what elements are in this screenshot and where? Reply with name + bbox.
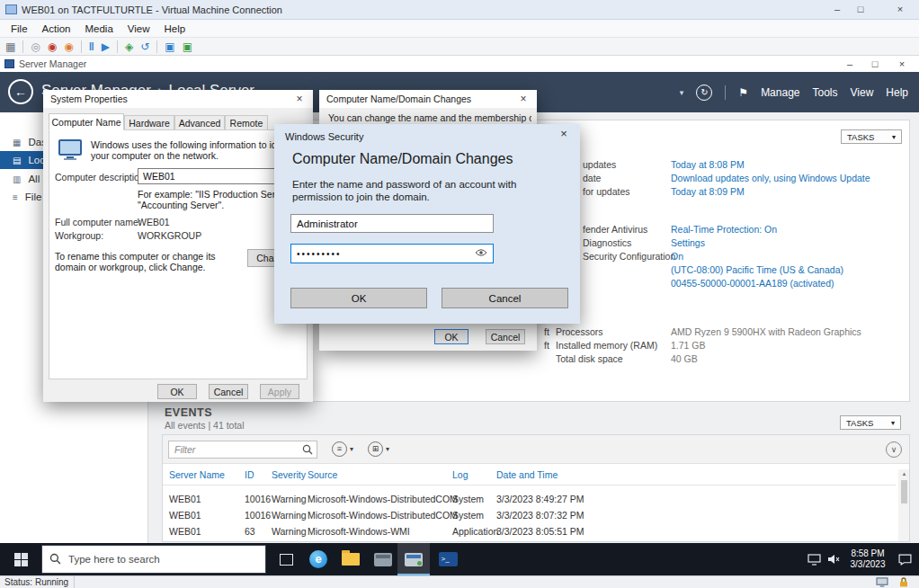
start-button[interactable] bbox=[0, 543, 41, 575]
resume-vm-icon[interactable]: ▶ bbox=[102, 40, 110, 53]
password-field[interactable]: ••••••••• bbox=[290, 244, 494, 263]
events-tasks-button[interactable]: TASKS ▾ bbox=[840, 415, 901, 430]
shut-down-vm-icon[interactable]: ◉ bbox=[64, 40, 73, 53]
turn-off-vm-icon[interactable]: ◉ bbox=[48, 40, 57, 53]
full-computer-name-label: Full computer name: bbox=[55, 217, 141, 227]
dialog-intro-text: You can change the name and the membersh… bbox=[328, 112, 531, 123]
action-center-button[interactable] bbox=[892, 543, 917, 575]
checkpoint-icon[interactable]: ◈ bbox=[125, 40, 133, 53]
notifications-caret-icon[interactable]: ▾ bbox=[680, 88, 684, 97]
close-icon[interactable]: × bbox=[513, 91, 533, 107]
property-value-link[interactable]: Real-Time Protection: On bbox=[671, 224, 777, 235]
sm-maximize-button[interactable]: □ bbox=[863, 56, 887, 72]
back-button[interactable]: ← bbox=[8, 79, 33, 104]
events-filter-bar: ≡▾ ⊞▾ ∨ bbox=[163, 435, 909, 464]
vm-maximize-button[interactable]: □ bbox=[849, 0, 872, 19]
column-header-source[interactable]: Source bbox=[308, 469, 337, 480]
menu-tools[interactable]: Tools bbox=[813, 86, 838, 99]
property-value-link[interactable]: (UTC-08:00) Pacific Time (US & Canada) bbox=[671, 264, 843, 275]
column-header-severity[interactable]: Severity bbox=[272, 469, 306, 480]
vm-close-button[interactable]: × bbox=[888, 0, 912, 19]
table-row[interactable]: WEB01 10016 Warning Microsoft-Windows-Di… bbox=[163, 494, 896, 510]
properties-tasks-button[interactable]: TASKS ▾ bbox=[841, 129, 902, 144]
menu-help[interactable]: Help bbox=[157, 23, 193, 34]
ok-button[interactable]: OK bbox=[434, 329, 468, 344]
column-header-id[interactable]: ID bbox=[245, 469, 254, 480]
full-computer-name-value: WEB01 bbox=[138, 217, 170, 227]
cancel-button[interactable]: Cancel bbox=[442, 288, 568, 308]
close-icon[interactable]: × bbox=[555, 127, 573, 140]
cell-id: 10016 bbox=[245, 494, 271, 504]
cell-severity: Warning bbox=[272, 510, 307, 521]
property-value-link[interactable]: Download updates only, using Windows Upd… bbox=[671, 173, 870, 183]
ctrl-alt-del-icon[interactable]: ▦ bbox=[5, 40, 15, 53]
cancel-button[interactable]: Cancel bbox=[486, 329, 525, 344]
tray-volume-icon[interactable] bbox=[824, 543, 843, 575]
grouping-dropdown[interactable]: ⊞▾ bbox=[368, 441, 389, 457]
property-label: for updates bbox=[583, 186, 630, 197]
menu-action[interactable]: Action bbox=[35, 23, 78, 34]
property-value-link[interactable]: On bbox=[671, 251, 683, 262]
menu-manage[interactable]: Manage bbox=[761, 86, 799, 99]
tab-remote[interactable]: Remote bbox=[225, 115, 268, 130]
vm-minimize-button[interactable]: – bbox=[825, 0, 849, 19]
task-view-button[interactable] bbox=[272, 543, 300, 575]
start-vm-icon[interactable]: ◎ bbox=[31, 40, 40, 53]
revert-icon[interactable]: ↺ bbox=[140, 40, 149, 53]
taskbar-server-manager-active[interactable] bbox=[397, 543, 430, 575]
events-scrollbar[interactable]: ▴ bbox=[898, 469, 910, 542]
taskbar-search[interactable]: Type here to search bbox=[41, 545, 266, 574]
username-field[interactable] bbox=[290, 214, 494, 233]
ok-button[interactable]: OK bbox=[157, 384, 197, 399]
toolbar-separator bbox=[117, 40, 118, 53]
property-label: date bbox=[583, 173, 601, 183]
property-value-link[interactable]: Today at 8:09 PM bbox=[671, 186, 745, 197]
reveal-password-icon[interactable] bbox=[475, 248, 487, 259]
tray-display-icon[interactable] bbox=[804, 543, 824, 575]
tab-computer-name[interactable]: Computer Name bbox=[49, 113, 124, 130]
sm-close-button[interactable]: × bbox=[890, 56, 914, 72]
menu-file[interactable]: File bbox=[4, 23, 35, 34]
taskbar-server-manager[interactable] bbox=[369, 543, 397, 575]
enhanced-session-icon[interactable]: ▣ bbox=[165, 40, 174, 53]
table-row[interactable]: WEB01 63 Warning Microsoft-Windows-WMI A… bbox=[163, 526, 896, 542]
sm-minimize-button[interactable]: – bbox=[838, 56, 861, 72]
property-value-link[interactable]: Today at 8:08 PM bbox=[671, 159, 745, 170]
events-filter-input[interactable] bbox=[168, 441, 317, 459]
scrollbar-thumb[interactable] bbox=[901, 480, 907, 503]
menu-sm-help[interactable]: Help bbox=[886, 86, 908, 99]
dialog-title: System Properties bbox=[50, 94, 128, 104]
column-header-date-time[interactable]: Date and Time bbox=[496, 469, 558, 480]
collapse-panel-icon[interactable]: ∨ bbox=[886, 441, 902, 458]
cell-server-name: WEB01 bbox=[169, 510, 201, 521]
taskbar-edge[interactable]: e bbox=[304, 543, 333, 575]
taskbar-powershell[interactable]: >_ bbox=[433, 543, 462, 575]
tab-hardware[interactable]: Hardware bbox=[124, 115, 174, 130]
cancel-button[interactable]: Cancel bbox=[209, 384, 248, 399]
notifications-flag-icon[interactable]: ⚑ bbox=[738, 86, 748, 99]
table-row[interactable]: WEB01 10016 Warning Microsoft-Windows-Di… bbox=[163, 510, 896, 526]
taskbar-clock[interactable]: 8:58 PM 3/3/2023 bbox=[845, 548, 890, 570]
scroll-up-icon[interactable]: ▴ bbox=[898, 469, 910, 478]
dialog-titlebar: System Properties × bbox=[43, 90, 313, 108]
menu-sm-view[interactable]: View bbox=[851, 86, 874, 99]
file-explorer-icon bbox=[342, 553, 360, 566]
share-icon[interactable]: ▣ bbox=[183, 40, 192, 53]
taskbar-file-explorer[interactable] bbox=[336, 543, 365, 575]
column-header-server-name[interactable]: Server Name bbox=[169, 469, 225, 480]
vm-connection-window: WEB01 on TACTFULTURTLE - Virtual Machine… bbox=[0, 0, 919, 588]
menu-media[interactable]: Media bbox=[78, 23, 120, 34]
username-input[interactable] bbox=[290, 214, 494, 233]
menu-view[interactable]: View bbox=[120, 23, 157, 34]
refresh-icon[interactable]: ↻ bbox=[696, 85, 712, 101]
property-value-link[interactable]: Settings bbox=[671, 237, 705, 248]
apply-button[interactable]: Apply bbox=[260, 384, 299, 399]
column-header-log[interactable]: Log bbox=[452, 469, 468, 480]
property-value: AMD Ryzen 9 5900HX with Radeon Graphics bbox=[671, 326, 861, 337]
tab-advanced[interactable]: Advanced bbox=[174, 115, 225, 130]
close-icon[interactable]: × bbox=[290, 91, 309, 107]
property-value-link[interactable]: 00455-50000-00001-AA189 (activated) bbox=[671, 278, 834, 289]
pause-vm-icon[interactable]: ‖ bbox=[89, 40, 94, 53]
ok-button[interactable]: OK bbox=[290, 288, 427, 308]
saved-queries-dropdown[interactable]: ≡▾ bbox=[332, 441, 353, 457]
